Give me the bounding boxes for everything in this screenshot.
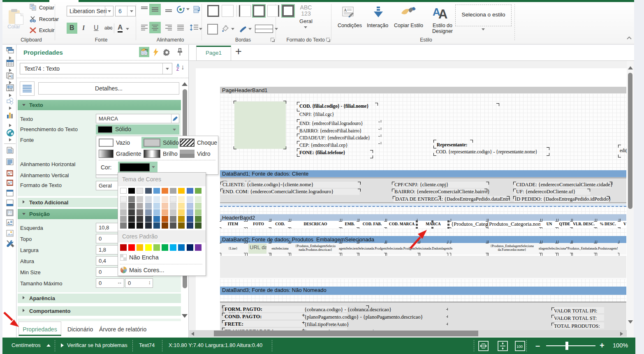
svg-text:A: A	[344, 8, 347, 12]
svg-text:A: A	[8, 181, 10, 185]
svg-text:123: 123	[8, 88, 12, 91]
svg-text:100: 100	[517, 345, 523, 349]
svg-text:A: A	[8, 172, 10, 176]
svg-text:A: A	[9, 74, 12, 78]
svg-text:A: A	[7, 221, 10, 224]
